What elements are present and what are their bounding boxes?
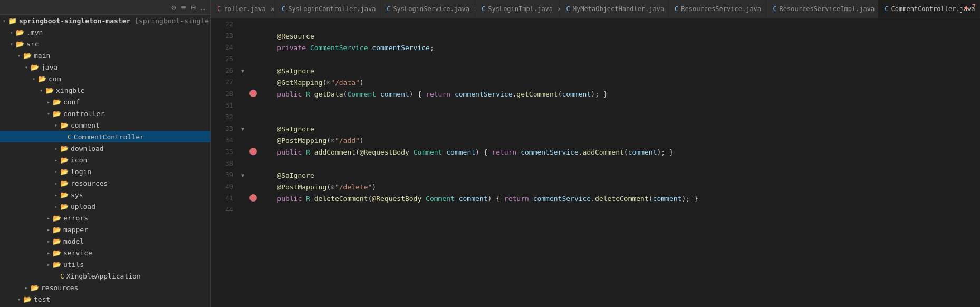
line-number-39: 39 [211, 169, 237, 181]
tree-arrow-resources2: ▸ [52, 180, 60, 186]
fold-icon-39[interactable]: ▼ [237, 169, 248, 181]
tree-icon-model: 📂 [53, 237, 61, 245]
tree-item-resources2[interactable]: ▸📂 resources [0, 177, 210, 189]
tree-label-service: service [63, 249, 92, 257]
more-icon[interactable]: … [200, 2, 206, 13]
tab-java-icon-SysLoginImpl: C [482, 5, 485, 13]
tree-item-sys[interactable]: ▸📂 sys [0, 189, 210, 200]
line-code-28: public R getData(Comment comment) { retu… [258, 88, 980, 100]
tree-arrow-resources: ▸ [22, 285, 31, 291]
tab-controller[interactable]: Croller.java× [211, 0, 275, 18]
tree-item-mvn[interactable]: ▸📂 .mvn [0, 26, 210, 38]
tree-item-controller[interactable]: ▾📂 controller [0, 108, 210, 119]
tree-label-mapper: mapper [63, 226, 88, 234]
tree-item-comment[interactable]: ▾📂 comment [0, 119, 210, 131]
tree-item-errors[interactable]: ▸📂 errors [0, 212, 210, 224]
tab-SysLoginService[interactable]: CSysLoginService.java× [380, 0, 475, 18]
fold-icon-31 [237, 100, 248, 111]
tab-MyMetaObjectHandler[interactable]: CMyMetaObjectHandler.java× [560, 0, 669, 18]
tree-icon-mapper: 📂 [53, 226, 61, 234]
tree-icon-xingble: 📂 [45, 87, 54, 94]
tab-label-ResourcesService: ResourcesService.java [681, 5, 761, 13]
tab-SysLoginController[interactable]: CSysLoginController.java× [275, 0, 380, 18]
line-badge-24 [248, 42, 258, 53]
tab-SysLoginImpl[interactable]: CSysLoginImpl.java× [475, 0, 560, 18]
line-badge-33 [248, 123, 258, 135]
code-line-40: 40 @PostMapping(⊙"/delete") [211, 181, 980, 193]
tree-arrow-controller: ▾ [44, 111, 53, 117]
tree-item-utils[interactable]: ▸📂 utils [0, 258, 210, 270]
tree-item-test[interactable]: ▾📂 test [0, 293, 210, 305]
tree-item-model[interactable]: ▸📂 model [0, 235, 210, 247]
tree-item-service[interactable]: ▸📂 service [0, 247, 210, 258]
tab-label-SysLoginController: SysLoginController.java [288, 5, 376, 13]
line-badge-34 [248, 135, 258, 146]
tree-item-login[interactable]: ▸📂 login [0, 166, 210, 177]
tree-label-mvn: .mvn [26, 28, 43, 36]
tree-icon-resources2: 📂 [60, 179, 69, 187]
tree-icon-conf: 📂 [53, 98, 61, 106]
tree-arrow-test: ▾ [15, 296, 23, 302]
tree-label-comment: comment [71, 121, 100, 129]
code-line-35: 35 public R addComment(@RequestBody Comm… [211, 146, 980, 158]
tree-item-main[interactable]: ▾📂 main [0, 50, 210, 61]
line-code-33: @SaIgnore [258, 123, 980, 135]
settings-icon[interactable]: ⚙ [170, 2, 177, 13]
tab-java-icon-SysLoginService: C [387, 5, 390, 13]
tree-item-src[interactable]: ▾📂 src [0, 38, 210, 50]
tree-item-java2[interactable]: ▾📂 java [0, 305, 210, 307]
line-code-34: @PostMapping(⊙"/add") [258, 135, 980, 146]
tree-arrow-sys: ▸ [52, 192, 60, 198]
tab-close-controller[interactable]: × [271, 5, 275, 13]
tree-item-upload[interactable]: ▸📂 upload [0, 200, 210, 212]
fold-icon-38 [237, 158, 248, 169]
tab-label-CommentController: CommentController.java [891, 5, 975, 13]
tree-item-mapper[interactable]: ▸📂 mapper [0, 224, 210, 235]
tree-label-XingbleApplication: XingbleApplication [66, 272, 141, 280]
tree-item-xingble[interactable]: ▾📂 xingble [0, 84, 210, 96]
tree-item-conf[interactable]: ▸📂 conf [0, 96, 210, 108]
code-line-32: 32 [211, 111, 980, 123]
tab-java-icon-ResourcesService: C [675, 5, 678, 13]
line-number-40: 40 [211, 181, 237, 193]
tree-item-java[interactable]: ▾📂 java [0, 61, 210, 73]
line-number-23: 23 [211, 30, 237, 42]
line-code-27: @GetMapping(⊙"/data") [258, 76, 980, 88]
tree-icon-main: 📂 [23, 52, 32, 60]
tree-label-sys: sys [71, 191, 83, 199]
error-count-badge: ▲ 7 [964, 3, 976, 11]
tree-label-main: main [34, 52, 50, 60]
tree-label-errors: errors [63, 214, 88, 222]
tree-item-icon[interactable]: ▸📂 icon [0, 154, 210, 166]
tree-label-conf: conf [63, 98, 80, 106]
line-badge-35 [248, 146, 258, 158]
fold-icon-26[interactable]: ▼ [237, 65, 248, 76]
line-code-26: @SaIgnore [258, 65, 980, 76]
fold-icon-25 [237, 53, 248, 65]
tab-label-controller: roller.java [224, 5, 265, 13]
tab-java-icon-controller: C [217, 5, 221, 13]
tab-label-MyMetaObjectHandler: MyMetaObjectHandler.java [573, 5, 664, 13]
tab-ResourcesService[interactable]: CResourcesService.java× [668, 0, 766, 18]
tree-item-XingbleApplication[interactable]: C XingbleApplication [0, 270, 210, 282]
sort-icon[interactable]: ≡ [180, 2, 187, 13]
line-badge-23 [248, 30, 258, 42]
tab-label-ResourcesServiceImpl: ResourcesServiceImpl.java [780, 5, 875, 13]
tree-arrow-service: ▸ [44, 250, 53, 256]
line-number-44: 44 [211, 204, 237, 216]
tree-icon-icon: 📂 [60, 156, 69, 164]
tree-item-download[interactable]: ▸📂 download [0, 142, 210, 154]
fold-icon-33[interactable]: ▼ [237, 123, 248, 135]
tree-item-com[interactable]: ▾📂 com [0, 73, 210, 84]
tab-java-icon-CommentController: C [885, 5, 888, 13]
tree-item-resources[interactable]: ▸📂 resources [0, 282, 210, 293]
tree-item-root[interactable]: ▾📁 springboot-singleton-master [springbo… [0, 15, 210, 26]
line-badge-31 [248, 100, 258, 111]
tree-item-CommentController[interactable]: C CommentController [0, 131, 210, 142]
fold-icon-34 [237, 135, 248, 146]
filter-icon[interactable]: ⊟ [190, 2, 196, 13]
tree-icon-login: 📂 [60, 168, 69, 176]
tab-ResourcesServiceImpl[interactable]: CResourcesServiceImpl.java× [766, 0, 878, 18]
line-number-32: 32 [211, 111, 237, 123]
tree-icon-java: 📂 [31, 63, 39, 71]
